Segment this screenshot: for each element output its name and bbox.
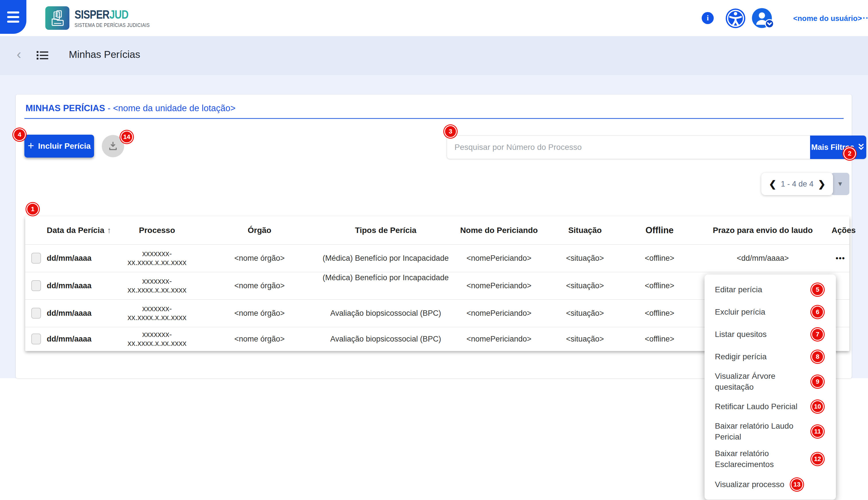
section-title: MINHAS PERÍCIAS - <nome da unidade de lo… xyxy=(25,103,235,113)
pagination: ❮ 1 - 4 de 4 ❯ xyxy=(761,173,833,195)
annotation-badge: 10 xyxy=(811,400,824,413)
page-size-dropdown[interactable]: ▼ xyxy=(831,173,849,195)
annotation-badge: 8 xyxy=(811,350,824,363)
header-orgao: Órgão xyxy=(201,216,318,245)
menu-item-visualizar-processo[interactable]: Visualizar processo 13 xyxy=(704,473,836,496)
menu-item-baixar-esclarecimentos[interactable]: Baixar relatório Esclarecimentos 12 xyxy=(704,445,836,473)
info-icon[interactable]: i xyxy=(702,12,714,24)
table-row: dd/mm/aaaa xxxxxxx-xx.xxxx.x.xx.xxxx <no… xyxy=(25,245,849,272)
title-divider xyxy=(24,118,844,119)
annotation-badge: 13 xyxy=(791,478,803,491)
user-avatar-icon[interactable] xyxy=(752,8,779,29)
menu-item-editar-pericia[interactable]: Editar perícia 5 xyxy=(704,279,836,301)
accessibility-icon[interactable] xyxy=(725,8,746,29)
annotation-badge: 5 xyxy=(811,283,824,296)
page-title: Minhas Perícias xyxy=(69,49,140,60)
header-acoes: Ações xyxy=(832,216,849,245)
search-bar: Mais Filtros xyxy=(447,136,866,159)
annotation-badge: 1 xyxy=(26,203,39,215)
logo-folder-icon xyxy=(45,6,69,30)
app-logo: SISPERJUD SISTEMA DE PERÍCIAS JUDICIAIS xyxy=(45,6,166,30)
logo-wordmark: SISPERJUD xyxy=(75,8,150,22)
menu-item-listar-quesitos[interactable]: Listar quesitos 7 xyxy=(704,323,836,345)
header-data-pericia[interactable]: Data da Perícia↑ xyxy=(47,216,113,245)
table-header-row: Data da Perícia↑ Processo Órgão Tipos de… xyxy=(25,216,849,245)
header-tipos: Tipos de Perícia xyxy=(318,216,453,245)
annotation-badge: 2 xyxy=(843,147,856,160)
hamburger-icon xyxy=(7,11,19,13)
pagination-range: 1 - 4 de 4 xyxy=(781,180,813,189)
plus-icon: + xyxy=(28,139,34,152)
list-icon[interactable] xyxy=(36,50,49,62)
breadcrumb-bar: ‹ Minhas Perícias xyxy=(0,36,868,75)
menu-item-retificar-laudo[interactable]: Retificar Laudo Pericial 10 xyxy=(704,395,836,418)
menu-item-baixar-laudo[interactable]: Baixar relatório Laudo Pericial 11 xyxy=(704,418,836,445)
annotation-badge: 14 xyxy=(120,130,133,143)
menu-item-redigir-pericia[interactable]: Redigir perícia 8 xyxy=(704,345,836,368)
row-checkbox[interactable] xyxy=(31,333,41,344)
annotation-badge: 6 xyxy=(811,306,824,318)
overflow-menu-icon[interactable]: ... xyxy=(860,11,868,21)
next-page-icon[interactable]: ❯ xyxy=(818,179,825,190)
row-context-menu: Editar perícia 5 Excluir perícia 6 Lista… xyxy=(704,274,836,500)
double-chevron-down-icon xyxy=(857,143,865,151)
sort-ascending-icon[interactable]: ↑ xyxy=(107,226,111,235)
header-offline: Offline xyxy=(625,216,694,245)
hamburger-menu-button[interactable] xyxy=(0,0,26,34)
back-chevron-icon[interactable]: ‹ xyxy=(16,44,21,64)
annotation-badge: 7 xyxy=(811,328,824,341)
header-nome-periciando: Nome do Periciando xyxy=(453,216,545,245)
header-prazo: Prazo para envio do laudo xyxy=(694,216,832,245)
annotation-badge: 4 xyxy=(13,128,26,141)
row-checkbox[interactable] xyxy=(31,253,41,264)
search-input[interactable] xyxy=(447,136,810,159)
menu-item-visualizar-arvore[interactable]: Visualizar Árvore quesitação 9 xyxy=(704,368,836,395)
menu-item-excluir-pericia[interactable]: Excluir perícia 6 xyxy=(704,301,836,323)
header-situacao: Situação xyxy=(545,216,625,245)
row-checkbox[interactable] xyxy=(31,280,41,291)
row-actions-icon[interactable]: ••• xyxy=(832,245,849,272)
logo-subtitle: SISTEMA DE PERÍCIAS JUDICIAIS xyxy=(75,22,150,29)
more-filters-button[interactable]: Mais Filtros xyxy=(810,136,866,159)
annotation-badge: 9 xyxy=(811,375,824,388)
add-pericia-button[interactable]: + Incluir Perícia xyxy=(24,135,94,158)
row-checkbox[interactable] xyxy=(31,308,41,319)
prev-page-icon[interactable]: ❮ xyxy=(769,179,777,190)
download-icon xyxy=(108,141,118,151)
header-processo: Processo xyxy=(113,216,201,245)
annotation-badge: 12 xyxy=(811,453,824,465)
user-name[interactable]: <nome do usuário> xyxy=(793,14,845,23)
annotation-badge: 11 xyxy=(811,425,824,438)
annotation-badge: 3 xyxy=(444,125,457,138)
